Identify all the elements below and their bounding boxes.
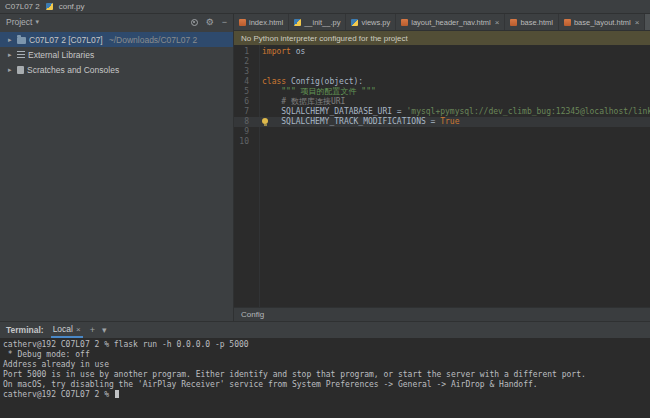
scratches-icon (17, 66, 24, 74)
tab-close-icon[interactable]: × (495, 18, 500, 27)
tab-label: base_layout.html (574, 18, 631, 27)
editor-breadcrumb-bar: Config (234, 307, 650, 321)
code-line-3: 3 (234, 67, 650, 77)
line-number[interactable]: 10 (234, 137, 254, 147)
project-panel-header: Project ▾ ⚙ − (0, 14, 233, 30)
terminal-tab-local[interactable]: Local × (51, 322, 83, 338)
chevron-down-icon[interactable]: ▾ (35, 18, 39, 26)
html-file-icon (510, 19, 517, 26)
expand-arrow-icon[interactable]: ▸ (8, 51, 14, 59)
editor-tab-bar: index.html__init__.pyviews.pylayout_head… (234, 14, 650, 31)
expand-arrow-icon[interactable]: ▸ (8, 36, 14, 44)
code-line-1: 1import os (234, 47, 650, 57)
code-text (254, 137, 262, 147)
editor-tab-index-html[interactable]: index.html (234, 14, 289, 30)
html-file-icon (564, 19, 571, 26)
code-line-8: 8 SQLALCHEMY_TRACK_MODIFICATIONS = True (234, 117, 650, 127)
main-area: Project ▾ ⚙ − ▸C07L07 2 [C07L07]~/Downlo… (0, 14, 650, 321)
tab-label: index.html (249, 18, 283, 27)
folder-icon (17, 37, 26, 44)
html-file-icon (239, 19, 246, 26)
interpreter-warning-banner: No Python interpreter configured for the… (234, 31, 650, 45)
window-project-name: C07L07 2 (5, 2, 40, 11)
code-text (254, 57, 262, 67)
breadcrumb-item[interactable]: Config (241, 310, 264, 319)
code-text: import os (254, 47, 305, 57)
html-file-icon (401, 19, 408, 26)
tab-label: layout_header_nav.html (411, 18, 491, 27)
line-number[interactable]: 3 (234, 67, 254, 77)
line-number[interactable]: 7 (234, 107, 254, 117)
line-number[interactable]: 6 (234, 97, 254, 107)
project-panel-title[interactable]: Project (6, 17, 32, 27)
editor-tab-base-html[interactable]: base.html (505, 14, 559, 30)
code-line-5: 5 """ 项目的配置文件 """ (234, 87, 650, 97)
code-editor[interactable]: 1import os234class Config(object):5 """ … (234, 45, 650, 307)
terminal-line: catherv@192 C07L07 2 % flask run -h 0.0.… (3, 340, 647, 350)
line-number[interactable]: 8 (234, 117, 254, 127)
tab-close-icon[interactable]: × (635, 18, 640, 27)
python-file-icon (46, 3, 53, 10)
line-number[interactable]: 4 (234, 77, 254, 87)
locate-file-icon[interactable] (191, 19, 198, 26)
line-number[interactable]: 2 (234, 57, 254, 67)
editor-tab-views-py[interactable]: views.py (346, 14, 396, 30)
code-text: SQLALCHEMY_TRACK_MODIFICATIONS = True (254, 117, 459, 127)
terminal-line: On macOS, try disabling the 'AirPlay Rec… (3, 380, 647, 390)
terminal-output[interactable]: catherv@192 C07L07 2 % flask run -h 0.0.… (0, 338, 650, 418)
terminal-title[interactable]: Terminal: (6, 325, 44, 335)
tree-item-label: External Libraries (28, 50, 94, 60)
tree-item-label: Scratches and Consoles (27, 65, 119, 75)
pycharm-window: C07L07 2 conf.py Project ▾ ⚙ − ▸C07L07 2… (0, 0, 650, 418)
terminal-cursor (115, 390, 120, 398)
editor-tab--init-py[interactable]: __init__.py (289, 14, 346, 30)
project-panel: Project ▾ ⚙ − ▸C07L07 2 [C07L07]~/Downlo… (0, 14, 234, 321)
code-text: # 数据库连接URI (254, 97, 345, 107)
terminal-line: Port 5000 is in use by another program. … (3, 370, 647, 380)
editor-tab-base-layout-html[interactable]: base_layout.html× (559, 14, 645, 30)
gear-icon[interactable]: ⚙ (206, 17, 214, 27)
tab-label: views.py (361, 18, 390, 27)
line-number[interactable]: 1 (234, 47, 254, 57)
code-line-7: 7 SQLALCHEMY_DATABASE_URI = 'mysql+pymys… (234, 107, 650, 117)
tree-item-path: ~/Downloads/C07L07 2 (109, 35, 198, 45)
code-line-2: 2 (234, 57, 650, 67)
code-text (254, 127, 262, 137)
hide-panel-icon[interactable]: − (222, 17, 227, 27)
terminal-line: Address already in use (3, 360, 647, 370)
code-line-4: 4class Config(object): (234, 77, 650, 87)
code-line-6: 6 # 数据库连接URI (234, 97, 650, 107)
titlebar: C07L07 2 conf.py (0, 0, 650, 14)
tab-label: __init__.py (304, 18, 340, 27)
py-file-icon (351, 19, 358, 26)
project-tree: ▸C07L07 2 [C07L07]~/Downloads/C07L07 2▸E… (0, 30, 233, 321)
terminal-tab-label: Local (53, 324, 73, 334)
intention-bulb-icon[interactable] (262, 118, 268, 124)
code-text (254, 67, 262, 77)
terminal-line: * Debug mode: off (3, 350, 647, 360)
code-text: SQLALCHEMY_DATABASE_URI = 'mysql+pymysql… (254, 107, 650, 117)
expand-arrow-icon[interactable]: ▸ (8, 66, 14, 74)
editor-tab-conf-py[interactable]: conf.py× (645, 14, 650, 30)
libraries-icon (17, 51, 25, 59)
terminal-panel: Terminal: Local × + ▾ catherv@192 C07L07… (0, 321, 650, 418)
terminal-dropdown-chevron-icon[interactable]: ▾ (102, 325, 107, 335)
banner-text: No Python interpreter configured for the… (241, 34, 408, 43)
new-terminal-icon[interactable]: + (90, 325, 95, 335)
terminal-tab-close-icon[interactable]: × (76, 325, 81, 334)
tree-item[interactable]: ▸C07L07 2 [C07L07]~/Downloads/C07L07 2 (0, 32, 233, 47)
tree-item[interactable]: ▸External Libraries (0, 47, 233, 62)
code-line-10: 10 (234, 137, 650, 147)
py-file-icon (294, 19, 301, 26)
line-number[interactable]: 5 (234, 87, 254, 97)
terminal-line: catherv@192 C07L07 2 % (3, 390, 647, 400)
code-text: class Config(object): (254, 77, 363, 87)
code-text: """ 项目的配置文件 """ (254, 87, 376, 97)
editor-tab-layout-header-nav-html[interactable]: layout_header_nav.html× (396, 14, 505, 30)
terminal-header: Terminal: Local × + ▾ (0, 322, 650, 338)
code-line-9: 9 (234, 127, 650, 137)
tree-item[interactable]: ▸Scratches and Consoles (0, 62, 233, 77)
line-number[interactable]: 9 (234, 127, 254, 137)
tab-label: base.html (520, 18, 553, 27)
titlebar-file-breadcrumb[interactable]: conf.py (59, 2, 85, 11)
